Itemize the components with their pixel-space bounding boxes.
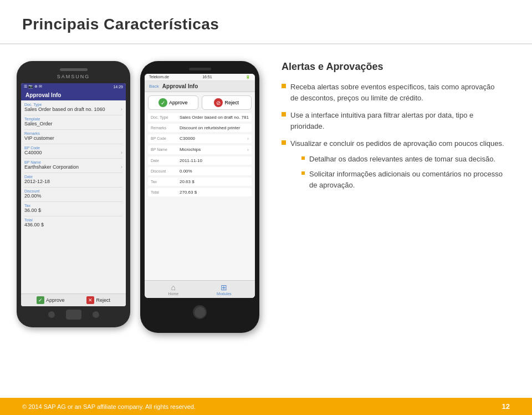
footer-page-number: 12 (502, 402, 510, 411)
iphone-field-date: Date 2011-11-10 (148, 156, 252, 165)
samsung-label-tax: Tax (24, 204, 122, 208)
samsung-field-remarks: Remarks VIP customer (24, 131, 122, 141)
samsung-value-date: 2012-12-18 (24, 179, 122, 184)
iphone-label-doctype: Doc. Type (151, 115, 180, 119)
home-icon: ⌂ (171, 283, 176, 292)
samsung-label-template: Template (24, 117, 122, 121)
iphone-battery-icon: 🔋 (245, 75, 250, 79)
bullet-text-2: Use a interface intuitiva para filtrar a… (290, 110, 504, 131)
page-footer: © 2014 SAP AG or an SAP affiliate compan… (0, 398, 532, 415)
approve-check-icon: ✓ (37, 296, 44, 304)
iphone-value-remarks: Discount on refurbished printer (180, 125, 249, 130)
samsung-content: Doc. Type Sales Order based on draft no.… (21, 100, 126, 293)
iphone-value-tax: 20.63 $ (180, 179, 249, 184)
section-title: Alertas e Aprovações (282, 61, 504, 73)
samsung-reject-label: Reject (96, 297, 110, 303)
bullet-icon-2 (282, 112, 286, 117)
samsung-bottom-bar: ✓ Approve ✕ Reject (21, 293, 126, 306)
bullet-item-3: Visualizar e concluir os pedidos de apro… (282, 138, 504, 190)
samsung-approve-button[interactable]: ✓ Approve (37, 296, 65, 304)
iphone-value-total: 270.63 $ (180, 190, 249, 195)
samsung-value-doctype: Sales Order based on draft no. 1060 (24, 107, 105, 112)
samsung-menu-button (93, 311, 99, 318)
reject-x-icon: ✕ (86, 296, 94, 304)
page-title: Principais Características (22, 16, 510, 33)
bullet-item-2: Use a interface intuitiva para filtrar a… (282, 110, 504, 131)
samsung-field-bpname: BP Name Earthshaker Corporation › (24, 160, 122, 170)
samsung-status-icons: ☰ 📷 ⊕ ✉ (24, 84, 42, 89)
samsung-label-date: Date (24, 175, 122, 179)
iphone-content: ✓ Approve ⊘ Reject Doc. Type Sales Order… (145, 92, 255, 280)
iphone-label-bpname: BP Name (151, 147, 180, 151)
samsung-value-total: 436.00 $ (24, 222, 122, 227)
sub-bullet-icon-1 (301, 156, 305, 160)
iphone-value-date: 2011-11-10 (180, 158, 249, 163)
samsung-value-template: Sales_Order (24, 121, 122, 126)
iphone-bottom-nav: ⌂ Home ⊞ Modules (145, 280, 255, 298)
iphone-nav-modules[interactable]: ⊞ Modules (217, 283, 231, 296)
samsung-status-bar: ☰ 📷 ⊕ ✉ 14:29 (21, 83, 126, 90)
iphone-arrow-bpname: › (247, 147, 249, 153)
samsung-arrow-doctype: › (121, 107, 122, 112)
iphone-arrow-bpcode: › (247, 136, 249, 141)
samsung-label-bpcode: BP Code (24, 146, 122, 150)
samsung-screen: ☰ 📷 ⊕ ✉ 14:29 Approval Info Doc. Type Sa… (21, 83, 126, 306)
iphone-back-button[interactable]: Back (149, 84, 159, 89)
samsung-value-bpname: Earthshaker Corporation (24, 164, 79, 170)
iphone-modules-label: Modules (217, 292, 231, 296)
iphone-reject-icon: ⊘ (214, 98, 223, 107)
iphone-field-discount: Discount 0.00% (148, 167, 252, 175)
sub-bullet-text-1: Detalhar os dados relevantes antes de to… (309, 154, 495, 165)
sub-bullet-item-2: Solicitar informações adicionais ou come… (301, 169, 504, 190)
sub-bullet-item-1: Detalhar os dados relevantes antes de to… (301, 154, 504, 165)
iphone-value-doctype: Sales Order based on draft no. 781 (180, 115, 249, 120)
iphone-speaker (189, 68, 211, 70)
samsung-phone: SAMSUNG ☰ 📷 ⊕ ✉ 14:29 Approval Info Doc.… (17, 61, 130, 327)
iphone-field-bpcode: BP Code C30000 › (148, 134, 252, 143)
samsung-value-discount: 20.00% (24, 193, 122, 199)
bullet-icon-3 (282, 140, 286, 145)
modules-icon: ⊞ (221, 283, 227, 292)
samsung-reject-button[interactable]: ✕ Reject (86, 296, 110, 304)
main-content: SAMSUNG ☰ 📷 ⊕ ✉ 14:29 Approval Info Doc.… (0, 44, 532, 333)
iphone-action-buttons: ✓ Approve ⊘ Reject (148, 95, 252, 110)
iphone-label-bpcode: BP Code (151, 136, 180, 140)
samsung-value-tax: 36.00 $ (24, 208, 122, 213)
samsung-brand-label: SAMSUNG (57, 74, 90, 79)
sub-bullet-text-2: Solicitar informações adicionais ou come… (309, 169, 504, 190)
iphone-label-date: Date (151, 158, 180, 163)
bullet-item-1: Receba alertas sobre eventos específicos… (282, 82, 504, 103)
iphone-home-inner (195, 307, 206, 318)
page-header: Principais Características (0, 0, 532, 44)
iphone: Telekom.de 16:51 🔋 Back Approval Info ✓ … (140, 61, 259, 333)
samsung-top: SAMSUNG (21, 67, 126, 80)
samsung-field-bpcode: BP Code C40000 › (24, 146, 122, 155)
samsung-label-discount: Discount (24, 189, 122, 193)
samsung-back-button (48, 311, 55, 318)
iphone-value-discount: 0.00% (180, 169, 249, 174)
iphone-status-bar: Telekom.de 16:51 🔋 (145, 74, 255, 81)
iphone-reject-button[interactable]: ⊘ Reject (202, 95, 252, 110)
iphone-value-bpcode: C30000 (180, 136, 247, 141)
samsung-field-total: Total 436.00 $ (24, 218, 122, 227)
iphone-label-discount: Discount (151, 169, 180, 173)
samsung-time: 14:29 (113, 85, 123, 89)
iphone-approve-label: Approve (169, 100, 188, 105)
samsung-arrow-bpcode: › (121, 150, 122, 155)
iphone-screen: Telekom.de 16:51 🔋 Back Approval Info ✓ … (145, 74, 255, 298)
bullet-text-1: Receba alertas sobre eventos específicos… (290, 82, 504, 103)
iphone-app-title: Approval Info (162, 83, 198, 89)
samsung-label-total: Total (24, 218, 122, 222)
iphone-nav-home[interactable]: ⌂ Home (168, 283, 178, 296)
iphone-value-bpname: Microchips (180, 147, 247, 152)
samsung-arrow-bpname: › (121, 164, 122, 170)
iphone-approve-button[interactable]: ✓ Approve (148, 95, 198, 110)
iphone-label-total: Total (151, 190, 180, 194)
sub-bullet-icon-2 (301, 171, 305, 175)
iphone-approve-icon: ✓ (158, 98, 167, 107)
samsung-label-remarks: Remarks (24, 131, 122, 135)
samsung-field-doctype: Doc. Type Sales Order based on draft no.… (24, 103, 122, 112)
iphone-home-physical-button[interactable] (193, 305, 207, 319)
samsung-physical-buttons (21, 310, 126, 322)
bullet-icon-1 (282, 84, 286, 88)
